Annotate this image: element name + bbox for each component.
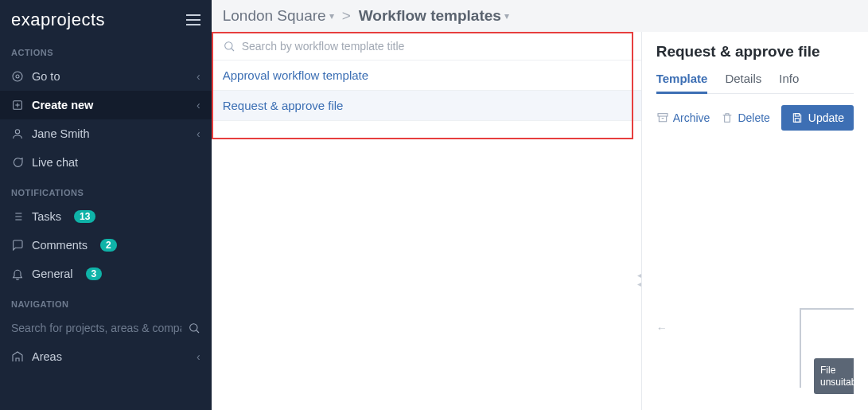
sidebar-item-tasks[interactable]: Tasks 13: [0, 202, 212, 231]
tab-template[interactable]: Template: [656, 72, 708, 93]
brand-logo: exaprojects: [11, 10, 105, 30]
svg-line-13: [197, 330, 199, 333]
workflow-node[interactable]: File unsuitable: [814, 358, 854, 394]
breadcrumb: London Square ▾ > Workflow templates ▾: [212, 0, 868, 32]
tab-info[interactable]: Info: [779, 72, 799, 93]
search-icon: [223, 40, 235, 53]
tab-details[interactable]: Details: [725, 72, 761, 93]
svg-point-14: [224, 41, 232, 49]
workflow-canvas[interactable]: ← File unsuitable: [656, 139, 854, 410]
delete-button[interactable]: Delete: [721, 111, 769, 124]
breadcrumb-page[interactable]: Workflow templates ▾: [359, 7, 509, 25]
chevron-left-icon: ‹: [197, 127, 200, 140]
sidebar-item-user[interactable]: Jane Smith ‹: [0, 119, 212, 148]
svg-rect-18: [795, 114, 799, 116]
user-icon: [11, 127, 24, 140]
chevron-left-icon: ‹: [197, 70, 200, 83]
plus-square-icon: [11, 99, 24, 111]
chevron-down-icon: ▾: [329, 10, 334, 21]
section-actions: ACTIONS: [0, 37, 212, 62]
list-item[interactable]: Approval workflow template: [212, 61, 641, 91]
archive-button[interactable]: Archive: [656, 111, 710, 124]
sidebar-item-create-new[interactable]: Create new ‹: [0, 91, 212, 119]
template-list-column: Approval workflow template Request & app…: [212, 32, 641, 410]
sidebar-item-goto[interactable]: Go to ‹: [0, 62, 212, 91]
target-icon: [11, 70, 24, 83]
svg-rect-19: [795, 119, 799, 123]
sidebar: exaprojects ACTIONS Go to ‹ Create new ‹…: [0, 0, 212, 410]
update-button[interactable]: Update: [781, 105, 854, 131]
building-icon: [11, 350, 24, 363]
back-arrow-icon[interactable]: ←: [656, 322, 668, 334]
svg-point-0: [13, 72, 22, 81]
svg-line-15: [232, 49, 234, 51]
list-item[interactable]: Request & approve file: [212, 91, 641, 121]
sidebar-item-general[interactable]: General 3: [0, 260, 212, 288]
svg-point-5: [15, 130, 19, 134]
sidebar-item-comments[interactable]: Comments 2: [0, 231, 212, 260]
sidebar-search-input[interactable]: [11, 322, 181, 334]
chevron-left-icon: ‹: [197, 350, 200, 363]
splitter-handle[interactable]: ◂◂: [637, 271, 641, 288]
list-search-input[interactable]: [242, 40, 630, 53]
breadcrumb-project[interactable]: London Square ▾: [223, 7, 334, 25]
general-badge: 3: [86, 267, 103, 280]
save-icon: [791, 111, 804, 124]
main-area: London Square ▾ > Workflow templates ▾ A…: [212, 0, 868, 410]
detail-pane: ◂◂ Request & approve file Template Detai…: [641, 32, 868, 410]
list-search-bar: [212, 32, 641, 61]
tabs: Template Details Info: [656, 72, 854, 94]
archive-icon: [656, 111, 669, 124]
sidebar-item-areas[interactable]: Areas ‹: [0, 342, 212, 371]
list-icon: [11, 210, 24, 223]
detail-title: Request & approve file: [656, 43, 854, 61]
trash-icon: [721, 111, 734, 124]
comments-badge: 2: [100, 239, 117, 252]
bell-icon: [11, 267, 24, 280]
section-notifications: NOTIFICATIONS: [0, 177, 212, 202]
sidebar-search-row: [0, 314, 212, 342]
chevron-left-icon: ‹: [197, 99, 200, 111]
svg-point-12: [189, 324, 197, 331]
svg-point-1: [16, 75, 19, 78]
section-navigation: NAVIGATION: [0, 288, 212, 314]
menu-toggle-icon[interactable]: [186, 14, 200, 25]
svg-rect-16: [658, 114, 668, 116]
tasks-badge: 13: [74, 210, 95, 223]
sidebar-item-live-chat[interactable]: Live chat: [0, 148, 212, 177]
comment-icon: [11, 239, 24, 252]
search-icon[interactable]: [188, 322, 200, 334]
breadcrumb-sep: >: [342, 7, 351, 25]
chevron-down-icon: ▾: [504, 10, 509, 21]
chat-icon: [11, 156, 24, 169]
